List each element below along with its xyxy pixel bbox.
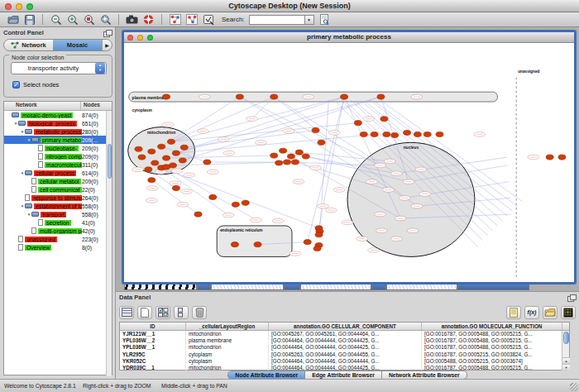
zoom-selected-icon[interactable]	[83, 14, 95, 26]
graph-node[interactable]	[180, 145, 188, 150]
table-cell[interactable]: [GO:0045267, GO:0045261, GO:0044464, G..…	[269, 331, 422, 337]
zoom-in-icon[interactable]	[66, 14, 79, 26]
network-canvas[interactable]: plasma membranecytoplasmmitochondrionnuc…	[124, 43, 574, 282]
table-column-header[interactable]: annotation.GO CELLULAR_COMPONENT	[269, 323, 422, 330]
graph-node[interactable]	[167, 139, 175, 144]
annotation-icon[interactable]	[202, 14, 214, 26]
graph-node[interactable]	[194, 212, 202, 217]
float-panel-icon[interactable]	[567, 294, 576, 301]
save-session-icon[interactable]	[23, 14, 36, 26]
table-cell[interactable]: mitochondrion	[186, 344, 269, 351]
graph-node[interactable]	[414, 131, 421, 136]
graph-node[interactable]	[403, 130, 410, 135]
graph-node[interactable]	[360, 131, 367, 136]
graph-node[interactable]	[163, 155, 170, 160]
search-dropdown-arrow[interactable]: ▼	[305, 15, 314, 25]
graph-edge[interactable]	[240, 97, 380, 165]
graph-node[interactable]	[151, 160, 159, 165]
minimize-button[interactable]	[137, 35, 143, 41]
table-cell[interactable]: YLR295C	[120, 351, 186, 358]
graph-node[interactable]	[312, 127, 319, 132]
graph-edge[interactable]	[166, 167, 256, 220]
graph-node[interactable]	[275, 160, 283, 165]
table-cell[interactable]: YPL036W__1	[120, 344, 186, 351]
table-column-header[interactable]: _cellularLayoutRegion	[186, 323, 269, 330]
tree-row[interactable]: response to stimulu264(0)	[4, 194, 112, 202]
table-cell[interactable]: YPL036W__2	[120, 337, 186, 344]
tree-row[interactable]: multi-organism pro42(0)	[4, 227, 112, 235]
search-options-icon[interactable]	[318, 14, 331, 26]
maximize-button[interactable]	[147, 35, 153, 41]
graph-node[interactable]	[280, 148, 287, 153]
tree-row[interactable]: nucleobase-209(0)	[4, 144, 112, 152]
table-row[interactable]: YJR121W__1mitochondrion[GO:0045267, GO:0…	[120, 331, 569, 337]
graph-node[interactable]	[380, 117, 388, 122]
graph-node[interactable]	[145, 167, 152, 172]
table-cell[interactable]: cytoplasm	[186, 351, 269, 358]
attribute-table-icon[interactable]	[119, 306, 134, 319]
graph-node[interactable]	[284, 160, 291, 165]
tree-scrollbar[interactable]	[106, 111, 112, 376]
tree-row[interactable]: unassigned223(0)	[4, 235, 112, 243]
notepad-icon[interactable]	[506, 306, 521, 319]
node-color-dropdown[interactable]: transporter activity ▲▼	[11, 62, 107, 74]
graph-node[interactable]	[391, 132, 399, 137]
open-session-icon[interactable]	[7, 14, 19, 26]
zoom-fit-icon[interactable]	[99, 14, 112, 26]
graph-node[interactable]	[341, 94, 348, 99]
tree-row[interactable]: ▼transport558(0)	[4, 210, 112, 218]
graph-node[interactable]	[423, 131, 431, 136]
graph-node[interactable]	[287, 154, 294, 159]
table-cell[interactable]: cytoplasm	[186, 358, 269, 365]
tree-row[interactable]: ▼establishment of lo558(0)	[4, 202, 112, 210]
tree-row[interactable]: ▼metabolic process280(0)	[4, 127, 112, 136]
graph-node[interactable]	[172, 151, 179, 155]
graph-node[interactable]	[231, 242, 238, 247]
graph-node[interactable]	[138, 155, 146, 160]
table-scroll-thumb[interactable]	[563, 332, 569, 344]
graph-node[interactable]	[302, 154, 309, 159]
graph-node[interactable]	[546, 155, 553, 160]
graph-node[interactable]	[377, 94, 385, 99]
maximize-button[interactable]	[26, 3, 33, 10]
table-cell[interactable]: YJR121W__1	[120, 331, 186, 337]
delete-attribute-icon[interactable]	[192, 306, 207, 319]
graph-node[interactable]	[315, 232, 323, 237]
table-cell[interactable]: [GO:0016787, GO:0005488, GO:0005215, G..…	[422, 344, 562, 351]
tree-row[interactable]: ▼cellular process614(0)	[4, 169, 112, 177]
table-cell[interactable]: [GO:0044464, GO:0044446, GO:0044444, G..…	[269, 358, 422, 365]
tab-overflow-arrow[interactable]: ▶	[102, 40, 112, 50]
filter-network-icon[interactable]	[185, 14, 198, 26]
table-cell[interactable]: [GO:0016787, GO:0005215, GO:0003824, G..…	[422, 351, 562, 358]
scroll-up-arrow[interactable]: ▲	[562, 357, 570, 364]
table-column-header[interactable]: ID	[120, 323, 186, 330]
float-panel-icon[interactable]	[103, 30, 112, 36]
tree-row[interactable]: cellular metabol209(0)	[4, 177, 112, 185]
graph-node[interactable]	[291, 160, 299, 165]
close-button[interactable]	[127, 35, 133, 41]
search-input[interactable]	[249, 15, 305, 25]
zoom-out-icon[interactable]	[50, 14, 62, 26]
table-cell[interactable]: plasma membrane	[186, 337, 269, 344]
graph-node[interactable]	[179, 158, 186, 163]
table-column-header[interactable]: annotation.GO MOLECULAR_FUNCTION	[422, 323, 562, 330]
graph-node[interactable]	[148, 178, 156, 183]
table-row[interactable]: YPL036W__2plasma membrane[GO:0044464, GO…	[120, 337, 569, 344]
tree-row[interactable]: cell communicat22(0)	[4, 185, 112, 194]
heatmap-icon[interactable]	[561, 306, 576, 319]
graph-node[interactable]	[209, 194, 217, 199]
table-cell[interactable]: [GO:0005488, GO:0005215, GO:0003674]	[422, 358, 562, 365]
graph-node[interactable]	[163, 165, 170, 170]
graph-node[interactable]	[236, 94, 243, 99]
graph-edge[interactable]	[176, 134, 375, 153]
graph-node[interactable]	[270, 153, 278, 158]
graph-node[interactable]	[163, 94, 170, 99]
table-cell[interactable]: YKR052C	[120, 358, 186, 365]
graph-node[interactable]	[203, 160, 211, 165]
tab-mosaic[interactable]: Mosaic	[53, 40, 102, 50]
graph-node[interactable]	[383, 131, 390, 136]
graph-node[interactable]	[148, 149, 156, 154]
table-cell[interactable]: [GO:0045263, GO:0044464, GO:0044455, G..…	[269, 351, 422, 358]
table-cell[interactable]: [GO:0044464, GO:0044444, GO:0044425, G..…	[269, 337, 422, 344]
graph-node[interactable]	[318, 140, 325, 145]
